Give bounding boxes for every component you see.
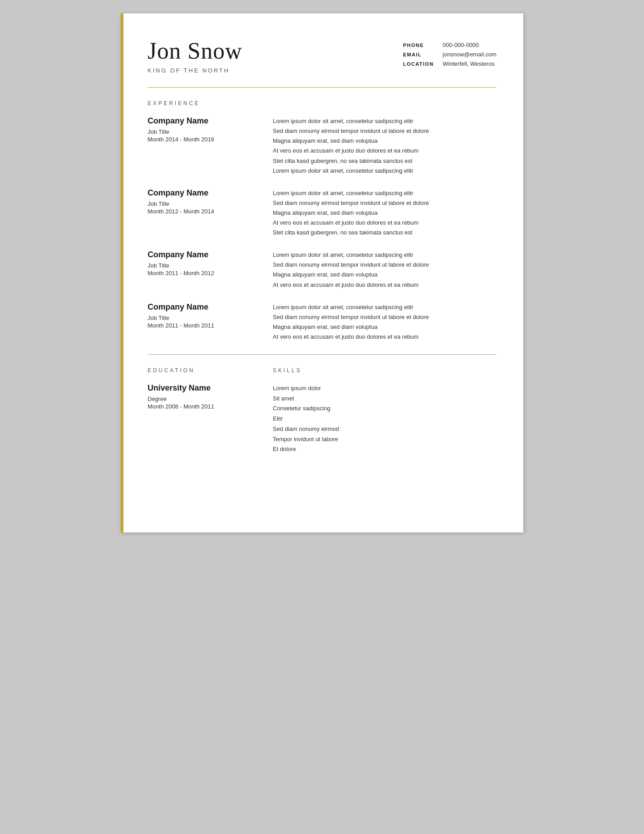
skills-section-title: SKILLS (273, 367, 496, 374)
job-dates: Month 2012 - Month 2014 (148, 208, 255, 215)
description-line: Lorem ipsum dolor sit amet, consetetur s… (273, 250, 496, 260)
company-name: Company Name (148, 302, 255, 312)
skill-item: Lorem ipsum dolor (273, 383, 496, 394)
location-label: LOCATION (403, 61, 434, 67)
experience-description: Lorem ipsum dolor sit amet, consetetur s… (273, 188, 496, 238)
bottom-section: EDUCATION University Name Degree Month 2… (148, 367, 496, 455)
phone-value: 000-000-0000 (443, 42, 496, 48)
header-section: Jon Snow King of the North PHONE 000-000… (148, 38, 496, 74)
header-left: Jon Snow King of the North (148, 38, 403, 74)
experience-section-title: EXPERIENCE (148, 100, 496, 106)
phone-label: PHONE (403, 43, 434, 48)
description-line: At vero eos et accusam et justo duo dolo… (273, 332, 496, 342)
company-name: Company Name (148, 250, 255, 260)
description-line: Magna aliquyam erat, sed diam voluptua (273, 136, 496, 146)
skill-item: Et dolore (273, 444, 496, 455)
skill-item: Elitr (273, 414, 496, 424)
description-line: Magna aliquyam erat, sed diam voluptua (273, 208, 496, 218)
education-section: EDUCATION University Name Degree Month 2… (148, 367, 255, 455)
degree: Degree (148, 396, 255, 402)
job-title: Job Title (148, 315, 255, 321)
description-line: Sed diam nonumy eirmod tempor invidunt u… (273, 260, 496, 270)
experience-list: Company NameJob TitleMonth 2014 - Month … (148, 116, 496, 342)
contact-info: PHONE 000-000-0000 EMAIL jonsnow@email.c… (403, 38, 496, 67)
location-value: Winterfell, Westeros (443, 60, 496, 67)
description-line: Lorem ipsum dolor sit amet, consetetur s… (273, 166, 496, 176)
experience-description: Lorem ipsum dolor sit amet, consetetur s… (273, 250, 496, 289)
company-name: Company Name (148, 116, 255, 126)
job-dates: Month 2011 - Month 2012 (148, 270, 255, 277)
email-value: jonsnow@email.com (443, 51, 496, 58)
description-line: Sed diam nonumy eirmod tempor invidunt u… (273, 198, 496, 208)
experience-left: Company NameJob TitleMonth 2011 - Month … (148, 250, 255, 289)
experience-description: Lorem ipsum dolor sit amet, consetetur s… (273, 116, 496, 176)
job-title: Job Title (148, 128, 255, 135)
experience-description: Lorem ipsum dolor sit amet, consetetur s… (273, 302, 496, 342)
resume-page: Jon Snow King of the North PHONE 000-000… (121, 13, 523, 532)
description-line: At vero eos et accusam et justo duo dolo… (273, 146, 496, 156)
description-line: Magna aliquyam erat, sed diam voluptua (273, 322, 496, 332)
experience-item: Company NameJob TitleMonth 2011 - Month … (148, 302, 496, 342)
candidate-name: Jon Snow (148, 38, 403, 64)
job-dates: Month 2011 - Month 2011 (148, 322, 255, 329)
description-line: Lorem ipsum dolor sit amet, consetetur s… (273, 116, 496, 126)
company-name: Company Name (148, 188, 255, 198)
experience-left: Company NameJob TitleMonth 2014 - Month … (148, 116, 255, 176)
header-divider (148, 87, 496, 88)
skill-item: Sit amet (273, 394, 496, 404)
candidate-title: King of the North (148, 67, 403, 74)
skill-item: Consetetur sadipscing (273, 404, 496, 414)
description-line: At vero eos et accusam et justo duo dolo… (273, 280, 496, 290)
experience-left: Company NameJob TitleMonth 2012 - Month … (148, 188, 255, 238)
description-line: At vero eos et accusam et justo duo dolo… (273, 218, 496, 228)
education-section-title: EDUCATION (148, 367, 255, 374)
section-divider (148, 354, 496, 355)
skill-item: Tempor invidunt ut labore (273, 434, 496, 445)
experience-item: Company NameJob TitleMonth 2014 - Month … (148, 116, 496, 176)
experience-left: Company NameJob TitleMonth 2011 - Month … (148, 302, 255, 342)
edu-dates: Month 2008 - Month 2011 (148, 403, 255, 410)
job-title: Job Title (148, 200, 255, 207)
description-line: Sed diam nonumy eirmod tempor invidunt u… (273, 312, 496, 322)
university-name: University Name (148, 383, 255, 393)
description-line: Lorem ipsum dolor sit amet, consetetur s… (273, 188, 496, 198)
description-line: Lorem ipsum dolor sit amet, consetetur s… (273, 302, 496, 312)
description-line: Sed diam nonumy eirmod tempor invidunt u… (273, 126, 496, 136)
email-label: EMAIL (403, 52, 434, 57)
experience-item: Company NameJob TitleMonth 2012 - Month … (148, 188, 496, 238)
job-dates: Month 2014 - Month 2016 (148, 136, 255, 143)
skills-section: SKILLS Lorem ipsum dolorSit ametConsetet… (273, 367, 496, 455)
experience-item: Company NameJob TitleMonth 2011 - Month … (148, 250, 496, 289)
job-title: Job Title (148, 262, 255, 269)
skill-item: Sed diam nonumy eirmod (273, 424, 496, 434)
skills-list: Lorem ipsum dolorSit ametConsetetur sadi… (273, 383, 496, 455)
experience-section: EXPERIENCE Company NameJob TitleMonth 20… (148, 100, 496, 342)
description-line: Stet clita kasd gubergren, no sea takima… (273, 228, 496, 238)
description-line: Magna aliquyam erat, sed diam voluptua (273, 270, 496, 280)
description-line: Stet clita kasd gubergren, no sea takima… (273, 156, 496, 166)
